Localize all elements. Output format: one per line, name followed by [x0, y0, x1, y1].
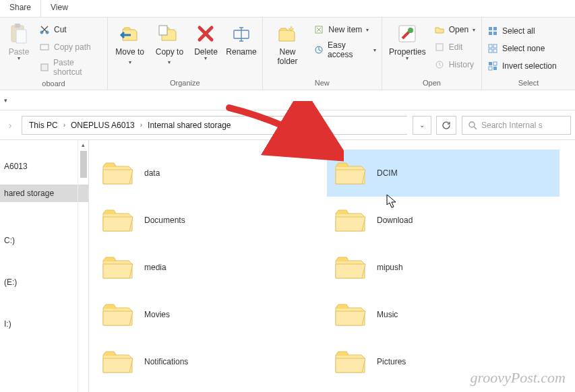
address-bar[interactable]: This PC› ONEPLUS A6013› Internal shared …: [22, 116, 407, 135]
copy-path-button: Copy path: [36, 39, 104, 55]
select-all-button[interactable]: Select all: [485, 23, 559, 39]
select-none-button[interactable]: Select none: [485, 40, 559, 57]
folder-icon: [101, 158, 135, 189]
nav-sidebar: A6013 hared storage C:) (E:) I:) ▴: [0, 140, 89, 392]
refresh-button[interactable]: [436, 116, 456, 135]
edit-button: Edit: [431, 39, 478, 55]
folder-item[interactable]: Movies: [94, 291, 327, 338]
sidebar-item-device[interactable]: A6013: [0, 158, 88, 175]
properties-button[interactable]: Properties ▾: [385, 19, 430, 63]
rename-button[interactable]: Rename: [223, 19, 259, 58]
folder-item[interactable]: media: [94, 244, 327, 291]
chevron-right-icon: ›: [4, 120, 16, 131]
folder-item[interactable]: Documents: [94, 197, 327, 244]
tab-share[interactable]: Share: [0, 0, 40, 17]
chevron-right-icon[interactable]: ›: [62, 121, 67, 129]
caret-down-icon: ▾: [168, 59, 171, 65]
svg-rect-7: [159, 26, 167, 35]
crumb-this-pc[interactable]: This PC: [25, 117, 62, 134]
folder-icon: [334, 158, 367, 189]
folder-item[interactable]: mipush: [327, 244, 559, 291]
delete-icon: [196, 22, 215, 46]
folder-item[interactable]: data: [94, 150, 327, 197]
open-button[interactable]: Open ▾: [431, 22, 478, 38]
select-all-icon: [487, 26, 498, 36]
search-icon: [468, 121, 477, 130]
quick-access-toolbar: ▾: [0, 90, 575, 110]
history-icon: [434, 59, 445, 70]
cut-button[interactable]: Cut: [36, 22, 104, 38]
folder-content: dataDCIMDocumentsDownloadmediamipushMovi…: [89, 140, 575, 392]
crumb-device[interactable]: ONEPLUS A6013: [67, 117, 139, 134]
address-dropdown[interactable]: ⌄: [413, 116, 431, 135]
sidebar-item-drive-i[interactable]: I:): [0, 315, 88, 333]
refresh-icon: [442, 121, 451, 130]
move-to-icon: [119, 22, 142, 46]
tab-view[interactable]: View: [40, 0, 78, 17]
svg-rect-6: [41, 64, 48, 71]
delete-button[interactable]: Delete ▾: [189, 19, 222, 63]
copy-to-button[interactable]: Copy to ▾: [150, 19, 188, 69]
folder-label: media: [144, 263, 167, 272]
easy-access-button[interactable]: Easy access ▾: [311, 39, 379, 61]
move-to-button[interactable]: Move to ▾: [111, 19, 149, 69]
folder-label: mipush: [377, 263, 403, 272]
sidebar-item-drive-e[interactable]: (E:): [0, 273, 88, 291]
edit-icon: [434, 42, 445, 53]
easy-access-icon: [313, 44, 324, 55]
rename-icon: [232, 22, 251, 46]
svg-rect-5: [40, 44, 49, 50]
new-item-button[interactable]: New item ▾: [311, 22, 379, 38]
svg-rect-2: [16, 30, 26, 43]
copy-to-icon: [158, 22, 181, 46]
svg-rect-16: [489, 27, 492, 30]
svg-rect-24: [489, 62, 492, 65]
sidebar-item-drive-c[interactable]: C:): [0, 232, 88, 249]
svg-rect-14: [436, 44, 443, 51]
chevron-right-icon[interactable]: ›: [139, 121, 144, 129]
svg-rect-22: [489, 49, 492, 53]
svg-rect-21: [493, 44, 497, 48]
folder-item[interactable]: Music: [327, 291, 559, 338]
qat-dropdown[interactable]: ▾: [4, 97, 7, 104]
new-folder-icon: [276, 22, 298, 46]
svg-rect-17: [493, 27, 497, 30]
folder-item[interactable]: DCIM: [327, 150, 559, 197]
address-bar-row: › This PC› ONEPLUS A6013› Internal share…: [0, 110, 575, 140]
invert-selection-button[interactable]: Invert selection: [485, 58, 559, 74]
folder-label: Movies: [144, 310, 170, 319]
scroll-up-icon[interactable]: ▴: [80, 140, 86, 150]
svg-rect-20: [489, 44, 492, 48]
ribbon-group-new: New folder New item ▾ Easy access ▾ New: [263, 18, 382, 90]
folder-label: DCIM: [377, 168, 398, 178]
folder-label: Documents: [144, 216, 185, 225]
watermark: groovyPost.com: [470, 369, 566, 387]
folder-label: Music: [377, 310, 398, 319]
paste-icon: [9, 22, 28, 46]
crumb-storage[interactable]: Internal shared storage: [144, 117, 235, 134]
history-button: History: [431, 57, 478, 73]
scrollbar-thumb[interactable]: [80, 151, 87, 178]
svg-rect-27: [493, 67, 497, 70]
caret-down-icon: ▾: [406, 55, 408, 61]
folder-item[interactable]: Download: [327, 197, 559, 244]
folder-label: Download: [377, 216, 413, 225]
new-folder-button[interactable]: New folder: [266, 19, 310, 67]
folder-icon: [101, 253, 135, 283]
paste-shortcut-icon: [39, 62, 49, 73]
ribbon-tabs: Share View: [0, 0, 575, 18]
search-input[interactable]: Search Internal s: [462, 116, 571, 135]
paste-button: Paste ▾: [3, 19, 35, 63]
folder-label: Notifications: [144, 357, 188, 366]
sidebar-item-storage[interactable]: hared storage: [0, 185, 88, 202]
ribbon-group-clipboard: Paste ▾ Cut Copy path Paste shortcut obo…: [0, 18, 108, 90]
folder-item[interactable]: Notifications: [94, 338, 327, 385]
open-icon: [434, 24, 445, 35]
caret-down-icon: ▾: [373, 47, 376, 53]
svg-rect-23: [493, 49, 497, 53]
sidebar-scrollbar[interactable]: ▴: [78, 140, 88, 392]
invert-selection-icon: [487, 61, 498, 71]
ribbon-group-select: Select all Select none Invert selection …: [482, 18, 575, 90]
svg-rect-1: [15, 24, 20, 28]
ribbon-group-organize: Move to ▾ Copy to ▾ Delete ▾ Rename Orga…: [108, 18, 263, 90]
